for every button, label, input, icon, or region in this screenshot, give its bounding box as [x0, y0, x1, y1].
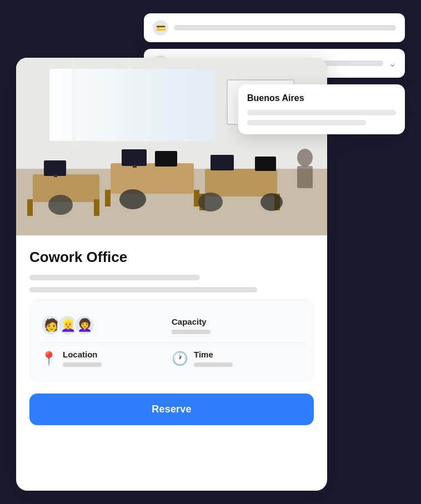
scene: 💳 📍 ⌄ Buenos Aires [16, 13, 405, 491]
svg-rect-12 [105, 190, 111, 206]
location-label-group: Location [63, 350, 102, 367]
card-icon: 💳 [153, 20, 168, 36]
reserve-button[interactable]: Reserve [29, 394, 314, 425]
svg-point-25 [119, 189, 146, 209]
dropdown-selected[interactable]: Buenos Aires [247, 93, 396, 103]
capacity-label-group: Capacity [172, 317, 210, 334]
capacity-left: 🧑 👱‍♀️ 👩‍🦱 [41, 315, 172, 336]
svg-rect-19 [122, 149, 147, 166]
location-pin-icon: 📍 [41, 352, 57, 365]
office-title: Cowork Office [29, 249, 314, 266]
location-left: 📍 Location [41, 350, 172, 367]
svg-point-28 [297, 149, 313, 167]
search-input-line-top [174, 25, 396, 31]
location-time-row: 📍 Location 🕐 Time [41, 343, 303, 374]
location-label: Location [63, 350, 102, 359]
svg-rect-29 [297, 166, 313, 188]
svg-rect-11 [111, 163, 194, 194]
dropdown-line-2 [247, 120, 366, 125]
avatar-3: 👩‍🦱 [74, 315, 95, 336]
search-bar-top[interactable]: 💳 [144, 13, 405, 42]
time-label-group: Time [194, 350, 233, 367]
svg-point-26 [198, 193, 223, 211]
svg-rect-21 [155, 151, 177, 167]
office-content: Cowork Office 🧑 👱‍♀️ 👩‍🦱 [16, 235, 327, 491]
svg-rect-10 [94, 199, 99, 216]
svg-rect-9 [27, 199, 33, 216]
capacity-row: 🧑 👱‍♀️ 👩‍🦱 Capacity [41, 308, 303, 343]
dropdown-line-1 [247, 110, 396, 115]
chevron-down-icon: ⌄ [389, 58, 396, 69]
svg-point-27 [260, 193, 283, 211]
capacity-right: Capacity [172, 317, 303, 334]
office-subtitle-line-1 [29, 275, 200, 280]
svg-rect-18 [54, 174, 57, 177]
location-dropdown: Buenos Aires [238, 84, 405, 134]
svg-rect-5 [127, 58, 131, 141]
svg-rect-17 [44, 160, 66, 176]
svg-rect-23 [255, 157, 276, 171]
time-label: Time [194, 350, 233, 359]
svg-rect-4 [72, 58, 76, 147]
capacity-label: Capacity [172, 317, 210, 326]
svg-point-24 [48, 195, 73, 215]
office-subtitle-line-2 [29, 287, 257, 293]
svg-rect-22 [210, 155, 234, 170]
avatar-stack: 🧑 👱‍♀️ 👩‍🦱 [41, 315, 95, 336]
capacity-sub-line [172, 330, 210, 334]
svg-rect-14 [205, 169, 277, 196]
info-card: 🧑 👱‍♀️ 👩‍🦱 Capacity [29, 299, 314, 382]
svg-rect-20 [133, 165, 137, 168]
clock-icon: 🕐 [172, 352, 188, 365]
location-sub-line [63, 362, 102, 367]
time-sub-line [194, 362, 233, 367]
time-right: 🕐 Time [172, 350, 303, 367]
